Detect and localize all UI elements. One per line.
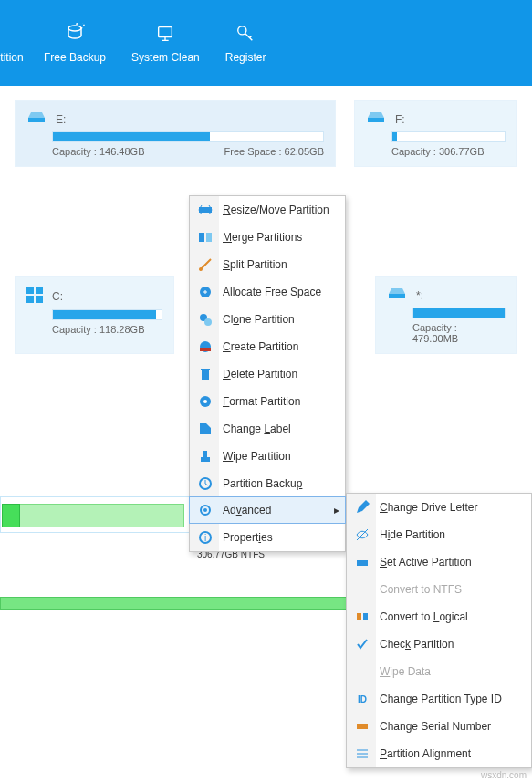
sub-change-serial[interactable]: Change Serial Number <box>347 713 531 740</box>
wipe-icon <box>197 448 214 464</box>
ctx-wipe[interactable]: Wipe Partition <box>190 443 345 470</box>
toolbar-label: System Clean <box>131 51 200 64</box>
toolbar-item-free-backup[interactable]: Free Backup <box>31 0 119 86</box>
svg-point-0 <box>68 26 81 31</box>
windows-icon <box>26 287 43 306</box>
clean-icon <box>153 22 177 46</box>
sub-alignment[interactable]: Partition Alignment <box>347 740 531 767</box>
ctx-format[interactable]: Format Partition <box>190 388 345 415</box>
ctx-create[interactable]: Create Partition <box>190 333 345 360</box>
ctx-label: Check Partition <box>380 638 454 651</box>
hide-icon <box>354 527 370 543</box>
ctx-label: Resize/Move Partition <box>223 203 329 216</box>
drive-label-text: C: <box>52 290 63 303</box>
capacity-text: Capacity : 479.00MB <box>412 322 506 344</box>
capacity-text: Capacity : 146.48GB <box>52 146 145 157</box>
svg-point-22 <box>203 400 207 403</box>
svg-point-13 <box>199 267 203 271</box>
toolbar-label: Free Backup <box>44 51 106 64</box>
usage-bar <box>391 131 506 142</box>
format-icon <box>197 393 214 410</box>
ctx-label: Change Serial Number <box>380 720 491 733</box>
ctx-backup[interactable]: Partition Backup <box>190 470 345 497</box>
svg-rect-11 <box>199 233 204 242</box>
ctx-label: Convert to NTFS <box>380 583 462 596</box>
svg-rect-19 <box>202 370 209 380</box>
svg-rect-7 <box>26 296 34 303</box>
sub-wipe-data: Wipe Data <box>347 658 531 685</box>
backup-icon <box>197 475 214 492</box>
ctx-split[interactable]: Split Partition <box>190 251 345 278</box>
capacity-text: Capacity : 306.77GB <box>391 146 485 157</box>
ctx-properties[interactable]: i Properties <box>190 524 345 551</box>
ctx-label: Set Active Partition <box>380 556 472 568</box>
ctx-resize-move[interactable]: Resize/Move Partition <box>190 196 345 224</box>
sub-change-type-id[interactable]: ID Change Partition Type ID <box>347 685 531 713</box>
ctx-label: Partition Alignment <box>380 747 471 760</box>
sub-change-drive-letter[interactable]: Change Drive Letter <box>347 494 531 521</box>
svg-point-2 <box>238 26 246 35</box>
ctx-advanced[interactable]: Advanced ▸ <box>189 496 346 524</box>
ctx-label: Hide Partition <box>380 528 445 541</box>
disk-icon <box>0 22 24 46</box>
drive-label-text: *: <box>416 289 423 302</box>
create-icon <box>197 339 214 355</box>
toolbar-item-partition[interactable]: tition <box>0 0 31 86</box>
ctx-clone[interactable]: Clone Partition <box>190 306 345 333</box>
gear-icon <box>197 502 214 518</box>
ctx-change-label[interactable]: Change Label <box>190 415 345 443</box>
ctx-label: Wipe Partition <box>223 450 291 463</box>
sub-check-partition[interactable]: Check Partition <box>347 631 531 658</box>
wipe-icon <box>354 663 370 680</box>
usage-bar <box>412 308 506 318</box>
sub-convert-ntfs: Convert to NTFS <box>347 576 531 603</box>
drive-label-text: F: <box>395 113 405 126</box>
ctx-label: Format Partition <box>223 395 300 408</box>
toolbar-label: Register <box>225 51 266 64</box>
ctx-label: Delete Partition <box>223 368 297 381</box>
svg-rect-33 <box>363 613 368 620</box>
watermark: wsxdn.com <box>481 770 527 780</box>
svg-rect-9 <box>389 294 405 298</box>
ctx-label: Change Drive Letter <box>380 501 477 514</box>
ctx-label: Create Partition <box>223 340 298 353</box>
ctx-label: Partition Backup <box>223 477 302 490</box>
sub-convert-logical[interactable]: Convert to Logical <box>347 603 531 631</box>
drive-icon <box>366 110 386 128</box>
ctx-merge[interactable]: Merge Partitions <box>190 224 345 251</box>
svg-rect-32 <box>357 613 361 620</box>
sub-set-active[interactable]: Set Active Partition <box>347 548 531 576</box>
disk-strip-1 <box>2 504 184 527</box>
ctx-label: Change Partition Type ID <box>380 693 502 705</box>
backup-icon <box>63 22 87 46</box>
svg-rect-23 <box>201 457 210 462</box>
partition-panel-star[interactable]: *: Capacity : 479.00MB <box>375 276 517 354</box>
ctx-label: Convert to Logical <box>380 610 468 623</box>
context-menu-main: Resize/Move Partition Merge Partitions S… <box>189 195 346 552</box>
ctx-label: Allocate Free Space <box>223 286 321 298</box>
ctx-label: Wipe Data <box>380 665 431 678</box>
toolbar-item-register[interactable]: Register <box>213 0 279 86</box>
check-icon <box>354 636 370 652</box>
svg-rect-6 <box>36 287 43 294</box>
id-icon: ID <box>354 691 370 707</box>
clone-icon <box>197 311 214 328</box>
ctx-label: Split Partition <box>223 258 287 271</box>
toolbar-item-system-clean[interactable]: System Clean <box>119 0 213 86</box>
sub-hide-partition[interactable]: Hide Partition <box>347 521 531 548</box>
delete-icon <box>197 366 214 382</box>
partition-panel-c[interactable]: C: Capacity : 118.28GB <box>15 276 174 354</box>
ctx-delete[interactable]: Delete Partition <box>190 360 345 388</box>
align-icon <box>354 746 370 762</box>
ctx-label: Merge Partitions <box>223 231 302 244</box>
info-icon: i <box>197 529 214 546</box>
svg-rect-10 <box>199 207 212 213</box>
ctx-label: Advanced <box>223 504 271 516</box>
svg-rect-1 <box>159 27 172 37</box>
svg-rect-8 <box>36 296 43 303</box>
ctx-allocate[interactable]: Allocate Free Space <box>190 278 345 306</box>
partition-panel-f[interactable]: F: Capacity : 306.77GB <box>354 100 517 167</box>
capacity-text: Capacity : 118.28GB <box>52 324 145 335</box>
partition-panel-e[interactable]: E: Capacity : 146.48GB Free Space : 62.0… <box>15 100 336 167</box>
usage-bar <box>52 309 162 320</box>
